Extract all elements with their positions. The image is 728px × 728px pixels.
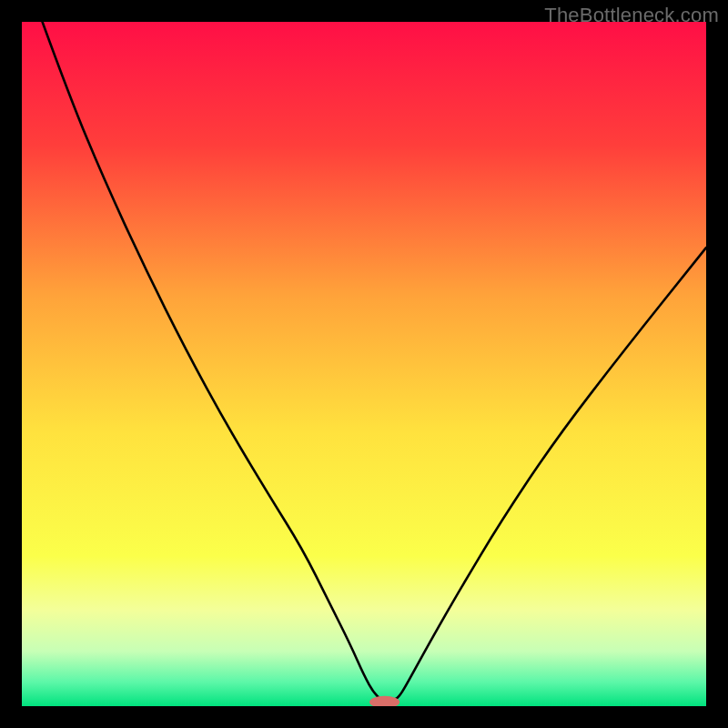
plot-area xyxy=(22,22,706,706)
chart-svg xyxy=(22,22,706,706)
gradient-background xyxy=(22,22,706,706)
chart-frame: TheBottleneck.com xyxy=(0,0,728,728)
watermark-label: TheBottleneck.com xyxy=(544,4,719,27)
